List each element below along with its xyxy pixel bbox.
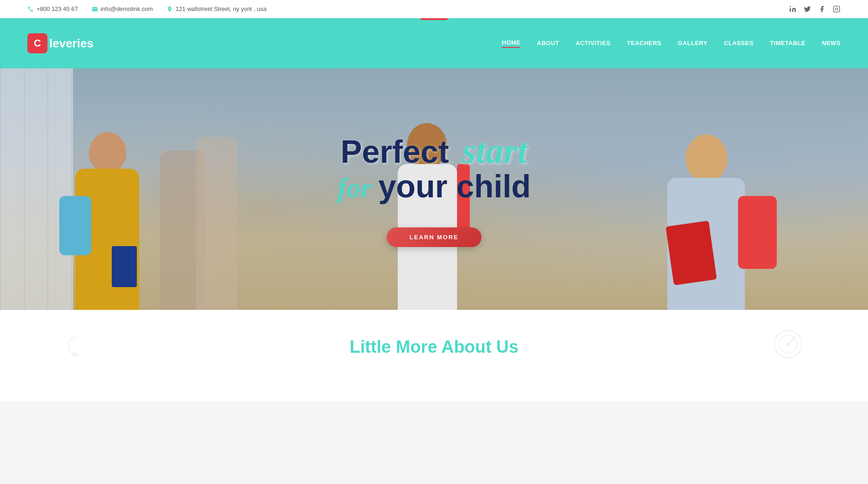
- nav-item-activities[interactable]: ACTIVITIES: [576, 40, 611, 47]
- nav-item-teachers[interactable]: TEACHERS: [627, 40, 662, 47]
- nav-item-about[interactable]: ABOUT: [537, 40, 559, 47]
- svg-line-6: [788, 337, 795, 344]
- about-section: Little More About Us: [0, 310, 868, 401]
- main-nav: HOME ABOUT ACTIVITIES TEACHERS GALLERY C…: [502, 39, 841, 48]
- svg-point-0: [790, 6, 791, 7]
- email-icon: [92, 6, 98, 12]
- linkedin-icon[interactable]: [789, 5, 797, 13]
- learn-more-button[interactable]: LEARN MORE: [387, 227, 481, 247]
- student-right-figure: [649, 91, 777, 310]
- nav-item-gallery[interactable]: GALLERY: [678, 40, 707, 47]
- hero-title-line2: for your child: [337, 168, 531, 205]
- hero-content: Perfect start for your child LEARN MORE: [337, 131, 531, 247]
- site-logo[interactable]: C leveries: [27, 33, 94, 53]
- about-section-title: Little More About Us: [349, 337, 518, 357]
- email-address: info@demolink.com: [101, 5, 153, 12]
- nav-item-classes[interactable]: CLASSES: [724, 40, 754, 47]
- nav-item-home[interactable]: HOME: [502, 39, 520, 48]
- nav-item-timetable[interactable]: TIMETABLE: [770, 40, 806, 47]
- nav-item-news[interactable]: NEWS: [822, 40, 841, 47]
- bg-student-2: [196, 137, 237, 310]
- facebook-icon[interactable]: [818, 5, 826, 13]
- social-links: [789, 5, 841, 13]
- top-bar-contact: +800 123 45 67 info@demolink.com 121 wal…: [27, 5, 267, 12]
- address-contact: 121 wallstreet Street, ny york , usa: [166, 5, 266, 12]
- deco-left-icon: [64, 333, 91, 362]
- location-pin-icon: [166, 6, 173, 12]
- address-text: 121 wallstreet Street, ny york , usa: [176, 5, 266, 12]
- phone-number: +800 123 45 67: [36, 5, 78, 12]
- instagram-icon[interactable]: [832, 5, 841, 13]
- main-header: C leveries HOME ABOUT ACTIVITIES TEACHER…: [0, 18, 868, 68]
- email-contact[interactable]: info@demolink.com: [92, 5, 153, 12]
- logo-icon: C: [27, 33, 47, 53]
- top-bar: +800 123 45 67 info@demolink.com 121 wal…: [0, 0, 868, 18]
- phone-icon: [27, 6, 34, 12]
- deco-right-speedometer: [772, 328, 804, 362]
- hero-title-line1: Perfect start: [337, 131, 531, 170]
- logo-text: leveries: [49, 36, 94, 51]
- header-accent-bar: [421, 18, 448, 20]
- svg-rect-1: [833, 6, 839, 12]
- twitter-icon[interactable]: [803, 5, 811, 13]
- phone-contact[interactable]: +800 123 45 67: [27, 5, 78, 12]
- hero-section: Perfect start for your child LEARN MORE: [0, 68, 868, 310]
- svg-point-7: [787, 343, 790, 345]
